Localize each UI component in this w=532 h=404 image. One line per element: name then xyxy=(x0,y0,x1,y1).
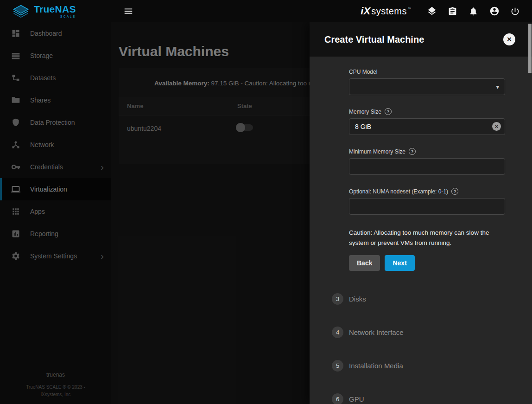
chevron-down-icon: ▾ xyxy=(496,83,499,90)
layers-icon xyxy=(427,6,437,16)
panel-header: Create Virtual Machine × xyxy=(310,22,532,57)
memory-size-label-text: Memory Size xyxy=(349,109,381,115)
jobs-button[interactable] xyxy=(442,1,463,21)
cpu-model-label-text: CPU Model xyxy=(349,69,377,75)
truenas-logo[interactable]: TrueNAS SCALE xyxy=(0,4,111,18)
step-label: Installation Media xyxy=(349,362,403,370)
wizard-steps: 3 Disks 4 Network Interface 5 Installati… xyxy=(332,293,505,404)
close-icon: × xyxy=(507,35,512,43)
numa-nodeset-input[interactable] xyxy=(349,198,505,215)
numa-input-wrap xyxy=(349,198,505,215)
scrollbar-thumb[interactable] xyxy=(528,24,532,73)
memory-size-label: Memory Size ? xyxy=(349,108,505,115)
numa-label-text: Optional: NUMA nodeset (Example: 0-1) xyxy=(349,188,448,195)
min-memory-size-input[interactable] xyxy=(349,158,505,175)
clipboard-icon xyxy=(448,6,457,16)
topbar: TrueNAS SCALE iX systems ™ xyxy=(0,0,532,22)
brand-subtitle: SCALE xyxy=(60,15,76,18)
close-button[interactable]: × xyxy=(503,33,515,45)
step-network-interface[interactable]: 4 Network Interface xyxy=(332,327,505,338)
menu-toggle-button[interactable] xyxy=(123,6,133,16)
step-number: 6 xyxy=(332,393,343,404)
cpu-model-group: CPU Model ▾ xyxy=(349,69,505,95)
panel-title: Create Virtual Machine xyxy=(324,34,424,45)
step-label: Disks xyxy=(349,295,366,303)
back-button[interactable]: Back xyxy=(349,255,380,271)
app-root: TrueNAS SCALE iX systems ™ xyxy=(0,0,532,404)
power-button[interactable] xyxy=(505,1,526,21)
topbar-right: iX systems ™ xyxy=(361,1,532,21)
step-label: GPU xyxy=(349,395,364,403)
step-number: 4 xyxy=(332,327,343,338)
numa-label: Optional: NUMA nodeset (Example: 0-1) ? xyxy=(349,188,505,195)
brand-text: TrueNAS SCALE xyxy=(34,4,76,18)
hamburger-icon xyxy=(123,6,133,16)
alerts-button[interactable] xyxy=(463,1,484,21)
memory-size-input-wrap: × xyxy=(349,118,505,135)
step-label: Network Interface xyxy=(349,328,404,336)
create-vm-panel: Create Virtual Machine × CPU Model ▾ Mem… xyxy=(310,22,532,404)
truenas-logo-icon xyxy=(12,5,30,18)
ix-suffix: systems xyxy=(371,6,407,17)
help-icon[interactable]: ? xyxy=(385,108,392,115)
cpu-model-select[interactable]: ▾ xyxy=(349,78,505,95)
help-icon[interactable]: ? xyxy=(451,188,458,195)
truecommand-button[interactable] xyxy=(421,1,442,21)
bell-icon xyxy=(469,6,478,16)
ix-trademark: ™ xyxy=(408,7,411,10)
memory-size-input[interactable] xyxy=(349,118,505,135)
step-installation-media[interactable]: 5 Installation Media xyxy=(332,360,505,372)
clear-icon: × xyxy=(495,123,499,129)
ixsystems-logo: iX systems ™ xyxy=(361,5,411,17)
min-memory-label: Minimum Memory Size ? xyxy=(349,148,505,155)
min-memory-input-wrap xyxy=(349,158,505,175)
caution-text: Caution: Allocating too much memory can … xyxy=(349,228,505,248)
min-memory-group: Minimum Memory Size ? xyxy=(349,148,505,175)
min-memory-label-text: Minimum Memory Size xyxy=(349,148,405,155)
cpu-model-label: CPU Model xyxy=(349,69,505,75)
help-icon[interactable]: ? xyxy=(409,148,416,155)
clear-input-button[interactable]: × xyxy=(492,122,501,131)
brand-name: TrueNAS xyxy=(34,4,76,14)
account-button[interactable] xyxy=(484,1,505,21)
ix-prefix: iX xyxy=(361,5,370,17)
wizard-buttons: Back Next xyxy=(349,255,505,271)
memory-size-group: Memory Size ? × xyxy=(349,108,505,135)
step-number: 5 xyxy=(332,360,343,372)
next-button[interactable]: Next xyxy=(385,255,414,271)
power-icon xyxy=(510,6,520,16)
user-icon xyxy=(489,6,500,16)
panel-body: CPU Model ▾ Memory Size ? × xyxy=(310,57,532,404)
numa-group: Optional: NUMA nodeset (Example: 0-1) ? xyxy=(349,188,505,215)
step-gpu[interactable]: 6 GPU xyxy=(332,393,505,404)
step-number: 3 xyxy=(332,293,343,305)
step-disks[interactable]: 3 Disks xyxy=(332,293,505,305)
